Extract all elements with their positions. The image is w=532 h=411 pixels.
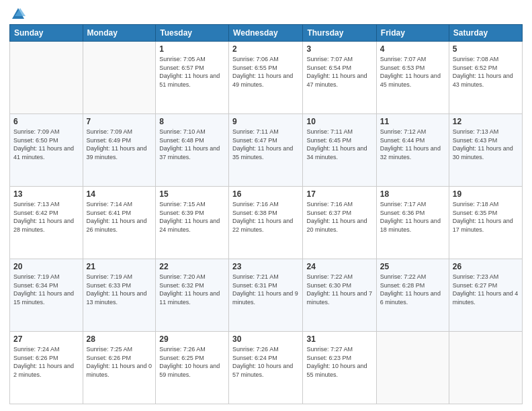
calendar-cell: 13Sunrise: 7:13 AMSunset: 6:42 PMDayligh… <box>10 187 83 259</box>
day-number: 11 <box>380 117 445 126</box>
day-number: 12 <box>453 117 519 126</box>
calendar-week-3: 20Sunrise: 7:19 AMSunset: 6:34 PMDayligh… <box>10 259 523 332</box>
weekday-header-monday: Monday <box>83 25 156 42</box>
day-info: Sunrise: 7:09 AMSunset: 6:49 PMDaylight:… <box>87 128 152 161</box>
day-info: Sunrise: 7:27 AMSunset: 6:23 PMDaylight:… <box>306 345 372 379</box>
day-number: 28 <box>87 334 152 344</box>
day-number: 20 <box>13 262 79 271</box>
weekday-header-friday: Friday <box>376 25 449 42</box>
calendar-cell: 14Sunrise: 7:14 AMSunset: 6:41 PMDayligh… <box>83 187 156 259</box>
calendar-table: SundayMondayTuesdayWednesdayThursdayFrid… <box>9 24 523 404</box>
calendar-cell: 3Sunrise: 7:07 AMSunset: 6:54 PMDaylight… <box>303 42 376 114</box>
day-info: Sunrise: 7:12 AMSunset: 6:44 PMDaylight:… <box>380 128 445 161</box>
calendar-cell: 12Sunrise: 7:13 AMSunset: 6:43 PMDayligh… <box>449 114 522 187</box>
page: SundayMondayTuesdayWednesdayThursdayFrid… <box>0 0 532 411</box>
day-info: Sunrise: 7:08 AMSunset: 6:52 PMDaylight:… <box>453 55 519 89</box>
day-number: 10 <box>306 117 372 126</box>
day-info: Sunrise: 7:16 AMSunset: 6:37 PMDaylight:… <box>306 200 372 234</box>
day-number: 6 <box>13 117 79 126</box>
day-number: 2 <box>232 44 299 54</box>
weekday-header-sunday: Sunday <box>10 25 83 42</box>
day-info: Sunrise: 7:07 AMSunset: 6:54 PMDaylight:… <box>306 55 372 89</box>
day-number: 22 <box>159 262 225 271</box>
weekday-header-saturday: Saturday <box>449 25 522 42</box>
calendar-cell: 10Sunrise: 7:11 AMSunset: 6:45 PMDayligh… <box>303 114 376 187</box>
calendar-cell: 19Sunrise: 7:18 AMSunset: 6:35 PMDayligh… <box>449 187 522 259</box>
calendar-cell: 7Sunrise: 7:09 AMSunset: 6:49 PMDaylight… <box>83 114 156 187</box>
weekday-header-thursday: Thursday <box>303 25 376 42</box>
day-number: 14 <box>87 189 152 199</box>
day-info: Sunrise: 7:09 AMSunset: 6:50 PMDaylight:… <box>13 128 79 161</box>
weekday-header-tuesday: Tuesday <box>156 25 229 42</box>
day-number: 9 <box>232 117 299 126</box>
calendar-cell: 18Sunrise: 7:17 AMSunset: 6:36 PMDayligh… <box>376 187 449 259</box>
calendar-cell: 17Sunrise: 7:16 AMSunset: 6:37 PMDayligh… <box>303 187 376 259</box>
day-number: 18 <box>380 189 445 199</box>
day-info: Sunrise: 7:20 AMSunset: 6:32 PMDaylight:… <box>159 273 225 306</box>
calendar-cell <box>449 332 522 404</box>
calendar-cell: 16Sunrise: 7:16 AMSunset: 6:38 PMDayligh… <box>229 187 303 259</box>
calendar-cell: 1Sunrise: 7:05 AMSunset: 6:57 PMDaylight… <box>156 42 229 114</box>
day-info: Sunrise: 7:14 AMSunset: 6:41 PMDaylight:… <box>87 200 152 234</box>
calendar-cell: 4Sunrise: 7:07 AMSunset: 6:53 PMDaylight… <box>376 42 449 114</box>
day-number: 30 <box>232 334 299 344</box>
calendar-cell: 11Sunrise: 7:12 AMSunset: 6:44 PMDayligh… <box>376 114 449 187</box>
calendar-cell: 25Sunrise: 7:22 AMSunset: 6:28 PMDayligh… <box>376 259 449 332</box>
calendar-cell: 27Sunrise: 7:24 AMSunset: 6:26 PMDayligh… <box>10 332 83 404</box>
day-info: Sunrise: 7:21 AMSunset: 6:31 PMDaylight:… <box>232 273 299 306</box>
day-info: Sunrise: 7:13 AMSunset: 6:43 PMDaylight:… <box>453 128 519 161</box>
day-info: Sunrise: 7:11 AMSunset: 6:47 PMDaylight:… <box>232 128 299 161</box>
calendar-cell <box>376 332 449 404</box>
header <box>9 7 523 19</box>
calendar-cell: 5Sunrise: 7:08 AMSunset: 6:52 PMDaylight… <box>449 42 522 114</box>
logo <box>9 7 26 19</box>
day-info: Sunrise: 7:26 AMSunset: 6:25 PMDaylight:… <box>159 345 225 379</box>
calendar-cell: 2Sunrise: 7:06 AMSunset: 6:55 PMDaylight… <box>229 42 303 114</box>
day-number: 7 <box>87 117 152 126</box>
day-number: 27 <box>13 334 79 344</box>
weekday-header-wednesday: Wednesday <box>229 25 303 42</box>
calendar-cell: 29Sunrise: 7:26 AMSunset: 6:25 PMDayligh… <box>156 332 229 404</box>
day-number: 8 <box>159 117 225 126</box>
calendar-week-0: 1Sunrise: 7:05 AMSunset: 6:57 PMDaylight… <box>10 42 523 114</box>
calendar-cell: 26Sunrise: 7:23 AMSunset: 6:27 PMDayligh… <box>449 259 522 332</box>
day-number: 31 <box>306 334 372 344</box>
day-number: 5 <box>453 44 519 54</box>
calendar-cell: 23Sunrise: 7:21 AMSunset: 6:31 PMDayligh… <box>229 259 303 332</box>
day-info: Sunrise: 7:18 AMSunset: 6:35 PMDaylight:… <box>453 200 519 234</box>
calendar-cell: 21Sunrise: 7:19 AMSunset: 6:33 PMDayligh… <box>83 259 156 332</box>
day-info: Sunrise: 7:22 AMSunset: 6:30 PMDaylight:… <box>306 273 372 306</box>
logo-icon <box>11 7 26 21</box>
day-number: 16 <box>232 189 299 199</box>
day-info: Sunrise: 7:24 AMSunset: 6:26 PMDaylight:… <box>13 345 79 379</box>
calendar-cell: 22Sunrise: 7:20 AMSunset: 6:32 PMDayligh… <box>156 259 229 332</box>
day-number: 13 <box>13 189 79 199</box>
calendar-cell <box>83 42 156 114</box>
day-number: 15 <box>159 189 225 199</box>
calendar-cell: 9Sunrise: 7:11 AMSunset: 6:47 PMDaylight… <box>229 114 303 187</box>
calendar-cell <box>10 42 83 114</box>
weekday-header-row: SundayMondayTuesdayWednesdayThursdayFrid… <box>10 25 523 42</box>
day-number: 25 <box>380 262 445 271</box>
calendar-cell: 15Sunrise: 7:15 AMSunset: 6:39 PMDayligh… <box>156 187 229 259</box>
day-number: 24 <box>306 262 372 271</box>
day-info: Sunrise: 7:05 AMSunset: 6:57 PMDaylight:… <box>159 55 225 89</box>
day-info: Sunrise: 7:10 AMSunset: 6:48 PMDaylight:… <box>159 128 225 161</box>
calendar-week-1: 6Sunrise: 7:09 AMSunset: 6:50 PMDaylight… <box>10 114 523 187</box>
calendar-cell: 20Sunrise: 7:19 AMSunset: 6:34 PMDayligh… <box>10 259 83 332</box>
calendar-week-4: 27Sunrise: 7:24 AMSunset: 6:26 PMDayligh… <box>10 332 523 404</box>
calendar-week-2: 13Sunrise: 7:13 AMSunset: 6:42 PMDayligh… <box>10 187 523 259</box>
calendar-cell: 6Sunrise: 7:09 AMSunset: 6:50 PMDaylight… <box>10 114 83 187</box>
day-number: 21 <box>87 262 152 271</box>
day-info: Sunrise: 7:19 AMSunset: 6:33 PMDaylight:… <box>87 273 152 306</box>
calendar-cell: 31Sunrise: 7:27 AMSunset: 6:23 PMDayligh… <box>303 332 376 404</box>
day-info: Sunrise: 7:07 AMSunset: 6:53 PMDaylight:… <box>380 55 445 89</box>
day-info: Sunrise: 7:19 AMSunset: 6:34 PMDaylight:… <box>13 273 79 306</box>
day-info: Sunrise: 7:25 AMSunset: 6:26 PMDaylight:… <box>87 345 152 379</box>
day-info: Sunrise: 7:23 AMSunset: 6:27 PMDaylight:… <box>453 273 519 306</box>
calendar-cell: 28Sunrise: 7:25 AMSunset: 6:26 PMDayligh… <box>83 332 156 404</box>
day-info: Sunrise: 7:22 AMSunset: 6:28 PMDaylight:… <box>380 273 445 306</box>
day-number: 26 <box>453 262 519 271</box>
day-number: 17 <box>306 189 372 199</box>
day-info: Sunrise: 7:26 AMSunset: 6:24 PMDaylight:… <box>232 345 299 379</box>
